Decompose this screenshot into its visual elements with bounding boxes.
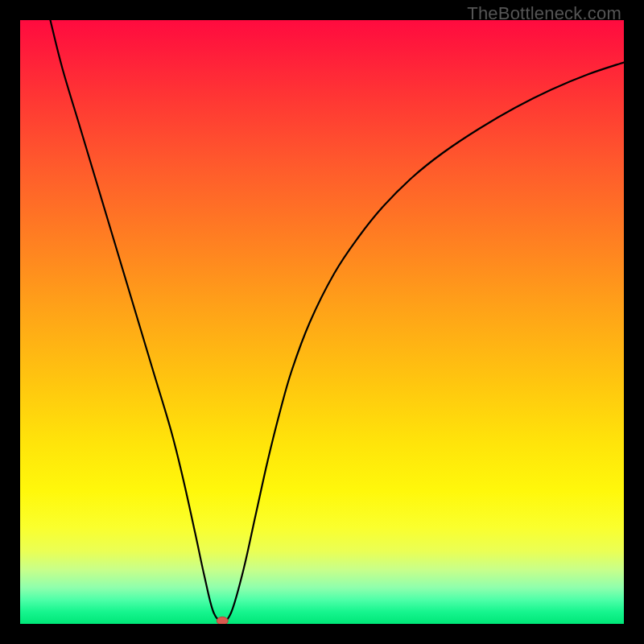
chart-frame: TheBottleneck.com bbox=[0, 0, 644, 644]
bottleneck-curve-line bbox=[51, 20, 625, 621]
curve-layer bbox=[20, 20, 624, 624]
minimum-marker bbox=[217, 617, 228, 624]
plot-area bbox=[20, 20, 624, 624]
watermark-text: TheBottleneck.com bbox=[467, 3, 621, 24]
